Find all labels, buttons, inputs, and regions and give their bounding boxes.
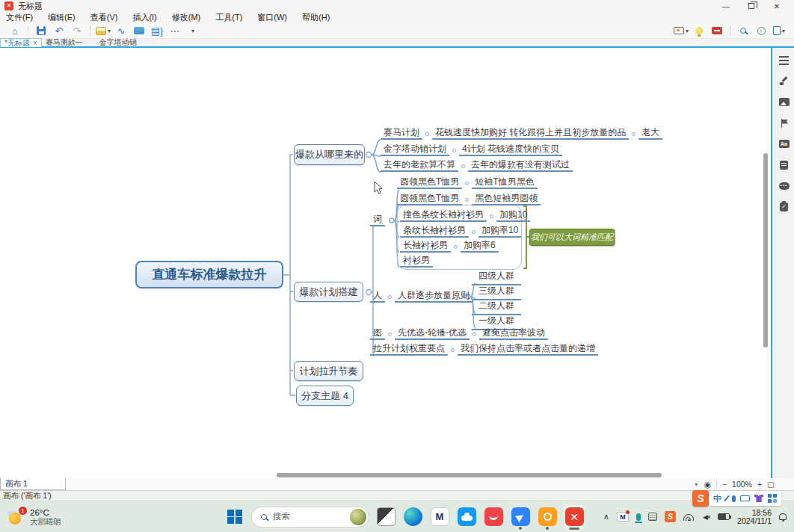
font-icon[interactable]: Aa <box>779 139 790 149</box>
search-highlight-image[interactable] <box>350 509 366 525</box>
taskbar-app-red[interactable] <box>483 504 504 530</box>
topic-weight[interactable]: 拉升计划权重要点 我们保持点击率或者点击量的递增 <box>370 343 598 356</box>
minimize-button[interactable]: — <box>713 0 739 12</box>
tab-jinzita[interactable]: 金字塔动销 <box>96 37 141 48</box>
link-dot-icon[interactable] <box>425 132 429 136</box>
keyword-row[interactable]: 条纹长袖衬衫男 加购率10 <box>400 225 521 238</box>
topic-row[interactable]: 金字塔动销计划 4计划 花钱速度快的宝贝 <box>381 143 562 156</box>
keyword-row[interactable]: 撞色条纹长袖衬衫男 加购10 <box>400 209 530 222</box>
branch-plan-building[interactable]: 爆款计划搭建 <box>294 282 363 302</box>
search-button[interactable] <box>736 24 751 37</box>
taskbar-app-explorer[interactable] <box>375 504 396 530</box>
weather-widget[interactable]: 1 26°C 大部晴朗 <box>0 508 112 526</box>
keyword-row[interactable]: 圆领黑色T恤男 黑色短袖男圆领 <box>397 193 541 205</box>
filter-icon[interactable]: ▼ <box>694 482 699 487</box>
zoom-out-button[interactable]: − <box>722 480 727 489</box>
topic-row[interactable]: 赛马计划 花钱速度快加购好 转化跟得上并且初步放量的品 老大 <box>381 127 662 140</box>
tray-im-icon[interactable]: M <box>617 512 629 522</box>
link-dot-icon[interactable] <box>465 182 469 185</box>
central-topic[interactable]: 直通车标准爆款拉升 <box>135 261 283 288</box>
share-button[interactable]: ‹ <box>754 24 769 37</box>
wifi-icon[interactable] <box>683 513 695 521</box>
task-icon[interactable]: ✓ <box>779 202 790 211</box>
branch-subtopic-4[interactable]: 分支主题 4 <box>296 386 354 406</box>
horizontal-scrollbar[interactable] <box>277 473 662 477</box>
menu-tools[interactable]: 工具(T) <box>215 12 242 23</box>
vertical-scrollbar[interactable] <box>763 153 768 347</box>
redo-button[interactable]: ↷ <box>70 24 84 37</box>
home-button[interactable]: ⌂ <box>7 24 22 37</box>
fit-window-icon[interactable]: ▢ <box>767 480 775 489</box>
menu-insert[interactable]: 插入(I) <box>132 12 156 23</box>
close-button[interactable]: ✕ <box>764 0 790 12</box>
export-button[interactable]: ▾ <box>772 24 787 37</box>
taskbar-search[interactable]: 搜索 <box>251 507 369 528</box>
restore-button[interactable] <box>739 0 764 12</box>
notification-bell-icon[interactable] <box>779 513 787 520</box>
link-dot-icon[interactable] <box>473 332 476 336</box>
start-button[interactable] <box>224 504 245 530</box>
volume-muted-icon[interactable]: ◀× <box>703 513 710 521</box>
audience-level-3[interactable]: 三级人群 <box>472 285 521 300</box>
link-dot-icon[interactable] <box>465 198 469 202</box>
keyword-row[interactable]: 长袖衬衫男 加购率6 <box>400 240 499 253</box>
battery-icon[interactable] <box>718 513 730 520</box>
link-dot-icon[interactable] <box>388 295 392 299</box>
skin-icon[interactable] <box>754 495 763 502</box>
taskbar-app-edge[interactable] <box>402 504 423 530</box>
menu-view[interactable]: 查看(V) <box>90 12 118 23</box>
tab-saima[interactable]: 赛马测款一 <box>42 37 87 48</box>
menu-window[interactable]: 窗口(W) <box>257 12 287 23</box>
summary-note[interactable]: 我们可以大词精准匹配 <box>529 229 615 246</box>
style-button[interactable]: ▾ <box>96 24 111 37</box>
menu-modify[interactable]: 修改(M) <box>172 12 201 23</box>
topic-row[interactable]: 去年的老款算不算 去年的爆款有没有测试过 <box>381 159 573 172</box>
tab-untitled[interactable]: *无标题 × <box>0 38 42 47</box>
topic-word[interactable]: 词 <box>370 214 385 226</box>
relationship-button[interactable]: ∿ <box>114 24 129 37</box>
zoom-in-button[interactable]: + <box>757 480 762 489</box>
presentation-button[interactable]: ▾ <box>674 24 689 37</box>
zoom-level[interactable]: 100% <box>732 480 752 489</box>
taskbar-app-recorder[interactable] <box>537 504 558 530</box>
save-button[interactable] <box>34 24 49 37</box>
tray-mic-icon[interactable] <box>636 513 641 521</box>
link-dot-icon[interactable] <box>388 332 392 336</box>
overview-icon[interactable]: ◉ <box>704 480 711 489</box>
outline-icon[interactable] <box>779 55 790 65</box>
topic-picture[interactable]: 图 先优选-轮播-优选 避免点击率波动 <box>370 327 548 340</box>
notes-icon[interactable] <box>779 160 790 170</box>
canvas-tab-1[interactable]: 画布 1 <box>0 478 66 490</box>
link-dot-icon[interactable] <box>461 164 465 168</box>
more-tools-caret[interactable]: ▾ <box>185 24 200 37</box>
flag-icon[interactable] <box>779 118 790 128</box>
more-tools-button[interactable]: ⋯ <box>167 24 182 37</box>
language-mode-toggle[interactable]: 中 <box>713 493 721 504</box>
format-brush-icon[interactable] <box>779 76 790 86</box>
image-icon[interactable] <box>779 97 790 107</box>
menu-file[interactable]: 文件(F) <box>6 12 33 23</box>
undo-button[interactable]: ↶ <box>52 24 67 37</box>
link-dot-icon[interactable] <box>454 245 458 249</box>
slideshow-button[interactable] <box>710 24 724 37</box>
taskbar-app-im[interactable]: M <box>429 504 450 530</box>
tray-sogou-icon[interactable]: S <box>665 511 676 522</box>
branch-lift-rhythm[interactable]: 计划拉升节奏 <box>294 361 363 381</box>
taskbar-app-xmind-active[interactable]: ✕ <box>564 504 585 530</box>
audience-level-4[interactable]: 四级人群 <box>472 270 521 285</box>
soft-keyboard-icon[interactable] <box>740 495 750 501</box>
sogou-logo-icon[interactable]: S <box>692 490 709 507</box>
audience-level-2[interactable]: 二级人群 <box>472 300 521 315</box>
link-dot-icon[interactable] <box>490 214 493 218</box>
summary-button[interactable]: ▤} <box>150 24 164 37</box>
idea-button[interactable] <box>692 24 707 37</box>
link-dot-icon[interactable] <box>452 149 456 152</box>
menu-edit[interactable]: 编辑(E) <box>48 12 76 23</box>
tab-close-icon[interactable]: × <box>33 39 37 47</box>
comment-icon[interactable]: ••• <box>779 181 790 191</box>
topic-people[interactable]: 人 人群逐步放量原则 <box>370 290 473 303</box>
taskbar-app-browser2[interactable] <box>510 504 531 530</box>
link-dot-icon[interactable] <box>451 348 455 352</box>
tray-clipboard-icon[interactable] <box>648 513 657 521</box>
menu-help[interactable]: 帮助(H) <box>302 12 330 23</box>
